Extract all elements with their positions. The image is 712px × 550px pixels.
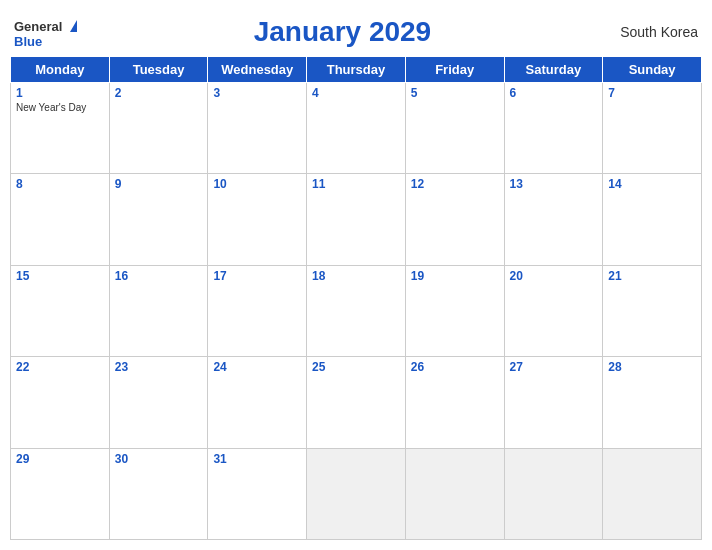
calendar-cell: 15 [11, 265, 110, 356]
day-number: 28 [608, 360, 696, 374]
day-number: 26 [411, 360, 499, 374]
day-number: 9 [115, 177, 203, 191]
calendar-table: Monday Tuesday Wednesday Thursday Friday… [10, 56, 702, 540]
day-number: 24 [213, 360, 301, 374]
day-number: 15 [16, 269, 104, 283]
table-row: 1New Year's Day234567 [11, 83, 702, 174]
logo: General Blue [14, 17, 77, 48]
calendar-cell: 24 [208, 357, 307, 448]
calendar-cell: 28 [603, 357, 702, 448]
calendar-cell: 1New Year's Day [11, 83, 110, 174]
calendar-cell: 16 [109, 265, 208, 356]
col-thursday: Thursday [307, 57, 406, 83]
table-row: 15161718192021 [11, 265, 702, 356]
calendar-cell: 17 [208, 265, 307, 356]
col-saturday: Saturday [504, 57, 603, 83]
calendar-cell: 30 [109, 448, 208, 539]
day-number: 3 [213, 86, 301, 100]
col-monday: Monday [11, 57, 110, 83]
day-number: 7 [608, 86, 696, 100]
day-number: 5 [411, 86, 499, 100]
day-number: 13 [510, 177, 598, 191]
day-number: 29 [16, 452, 104, 466]
calendar-cell: 8 [11, 174, 110, 265]
calendar-cell: 12 [405, 174, 504, 265]
calendar-cell: 9 [109, 174, 208, 265]
day-number: 16 [115, 269, 203, 283]
day-number: 18 [312, 269, 400, 283]
day-number: 21 [608, 269, 696, 283]
calendar-cell: 26 [405, 357, 504, 448]
day-number: 1 [16, 86, 104, 100]
day-number: 20 [510, 269, 598, 283]
day-number: 4 [312, 86, 400, 100]
calendar-cell [504, 448, 603, 539]
day-number: 25 [312, 360, 400, 374]
calendar-cell: 20 [504, 265, 603, 356]
col-sunday: Sunday [603, 57, 702, 83]
calendar-cell: 5 [405, 83, 504, 174]
table-row: 22232425262728 [11, 357, 702, 448]
calendar-cell: 4 [307, 83, 406, 174]
calendar-cell: 23 [109, 357, 208, 448]
calendar-cell: 2 [109, 83, 208, 174]
day-number: 10 [213, 177, 301, 191]
day-number: 22 [16, 360, 104, 374]
day-number: 31 [213, 452, 301, 466]
calendar-cell: 13 [504, 174, 603, 265]
days-of-week-row: Monday Tuesday Wednesday Thursday Friday… [11, 57, 702, 83]
calendar-cell: 14 [603, 174, 702, 265]
logo-blue-text: Blue [14, 35, 42, 48]
day-number: 30 [115, 452, 203, 466]
calendar-header: General Blue January 2029 South Korea [10, 10, 702, 52]
table-row: 293031 [11, 448, 702, 539]
calendar-cell [405, 448, 504, 539]
calendar-cell: 18 [307, 265, 406, 356]
col-friday: Friday [405, 57, 504, 83]
calendar-cell [307, 448, 406, 539]
day-number: 8 [16, 177, 104, 191]
calendar-cell: 29 [11, 448, 110, 539]
calendar-cell: 22 [11, 357, 110, 448]
calendar-cell: 21 [603, 265, 702, 356]
calendar-cell: 7 [603, 83, 702, 174]
calendar-cell: 25 [307, 357, 406, 448]
col-wednesday: Wednesday [208, 57, 307, 83]
day-number: 19 [411, 269, 499, 283]
holiday-label: New Year's Day [16, 102, 104, 113]
calendar-cell: 6 [504, 83, 603, 174]
calendar-cell: 27 [504, 357, 603, 448]
logo-general-text: General [14, 19, 62, 34]
day-number: 14 [608, 177, 696, 191]
day-number: 27 [510, 360, 598, 374]
col-tuesday: Tuesday [109, 57, 208, 83]
calendar-title: January 2029 [77, 16, 608, 48]
day-number: 6 [510, 86, 598, 100]
calendar-cell: 11 [307, 174, 406, 265]
calendar-cell: 31 [208, 448, 307, 539]
day-number: 17 [213, 269, 301, 283]
calendar-cell: 3 [208, 83, 307, 174]
day-number: 12 [411, 177, 499, 191]
calendar-cell [603, 448, 702, 539]
table-row: 891011121314 [11, 174, 702, 265]
day-number: 2 [115, 86, 203, 100]
day-number: 23 [115, 360, 203, 374]
country-label: South Korea [608, 24, 698, 40]
calendar-cell: 10 [208, 174, 307, 265]
calendar-cell: 19 [405, 265, 504, 356]
day-number: 11 [312, 177, 400, 191]
